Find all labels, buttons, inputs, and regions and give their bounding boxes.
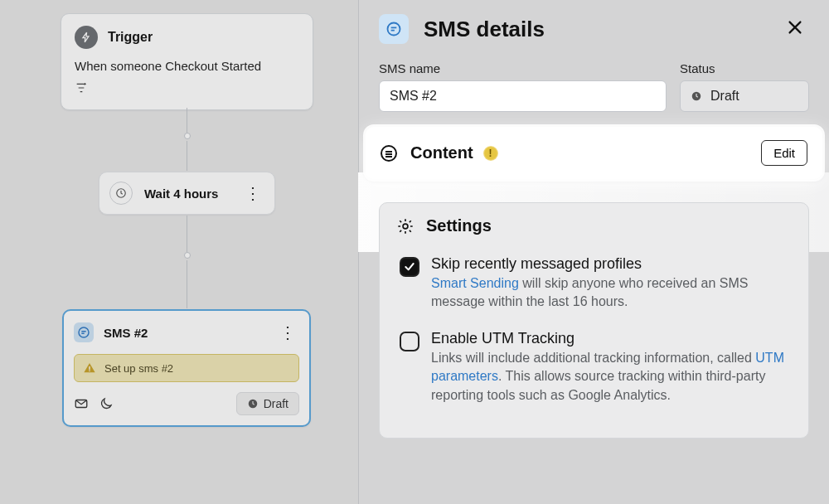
moon-icon[interactable]: [99, 396, 114, 411]
skip-recent-checkbox[interactable]: [400, 257, 419, 277]
status-chip-draft: Draft: [236, 392, 299, 415]
utm-tracking-checkbox[interactable]: [400, 332, 419, 351]
sms-setup-warning[interactable]: Set up sms #2: [74, 354, 299, 382]
trigger-title: Trigger: [108, 30, 153, 45]
settings-section: Settings Skip recently messaged profiles…: [379, 202, 809, 439]
status-label: Status: [680, 61, 809, 75]
utm-desc: Links will include additional tracking i…: [431, 349, 788, 405]
bolt-icon: [75, 26, 98, 49]
wait-node[interactable]: Wait 4 hours ⋮: [99, 172, 275, 215]
clock-icon: [109, 182, 133, 205]
sms-icon: [74, 322, 94, 342]
trigger-node[interactable]: Trigger When someone Checkout Started: [61, 13, 313, 110]
status-value: Draft: [710, 89, 739, 104]
wait-label: Wait 4 hours: [144, 187, 218, 201]
content-icon: [381, 145, 397, 162]
content-warning-badge: !: [483, 146, 498, 161]
sms-name-input[interactable]: [379, 80, 667, 112]
smart-sending-link[interactable]: Smart Sending: [431, 276, 519, 290]
svg-rect-3: [89, 371, 90, 371]
sms-name-label: SMS name: [379, 61, 667, 75]
details-panel: SMS details SMS name Status Draft Conten…: [358, 0, 829, 504]
connector-line: [187, 216, 187, 254]
status-chip-text: Draft: [264, 397, 288, 410]
panel-title: SMS details: [424, 17, 545, 42]
settings-heading: Settings: [426, 216, 492, 235]
filter-icon[interactable]: [75, 81, 299, 98]
sms-node[interactable]: SMS #2 ⋮ Set up sms #2 Draft: [62, 309, 311, 427]
content-section: Content ! Edit: [366, 127, 822, 179]
utm-title: Enable UTM Tracking: [431, 330, 788, 347]
sms-menu-button[interactable]: ⋮: [276, 321, 299, 344]
wait-menu-button[interactable]: ⋮: [241, 182, 264, 205]
sms-node-title: SMS #2: [104, 326, 148, 340]
svg-point-6: [388, 23, 400, 36]
connector-line: [187, 141, 187, 171]
connector-line: [187, 108, 187, 134]
envelope-icon[interactable]: [74, 396, 89, 411]
svg-point-1: [79, 327, 89, 337]
svg-point-8: [403, 224, 408, 229]
svg-rect-2: [89, 366, 90, 370]
sms-warning-text: Set up sms #2: [104, 362, 173, 375]
skip-recent-title: Skip recently messaged profiles: [431, 255, 788, 273]
close-button[interactable]: [781, 13, 809, 45]
content-heading: Content: [410, 143, 473, 162]
skip-recent-desc: Smart Sending will skip anyone who recei…: [431, 274, 788, 312]
sms-icon: [379, 14, 409, 44]
gear-icon: [396, 217, 414, 235]
flow-canvas: Trigger When someone Checkout Started Wa…: [0, 0, 358, 504]
connector-dot: [184, 133, 191, 139]
connector-dot: [184, 252, 191, 259]
edit-content-button[interactable]: Edit: [761, 140, 807, 166]
connector-line: [187, 260, 187, 308]
status-select[interactable]: Draft: [680, 80, 809, 112]
trigger-description: When someone Checkout Started: [75, 59, 299, 73]
